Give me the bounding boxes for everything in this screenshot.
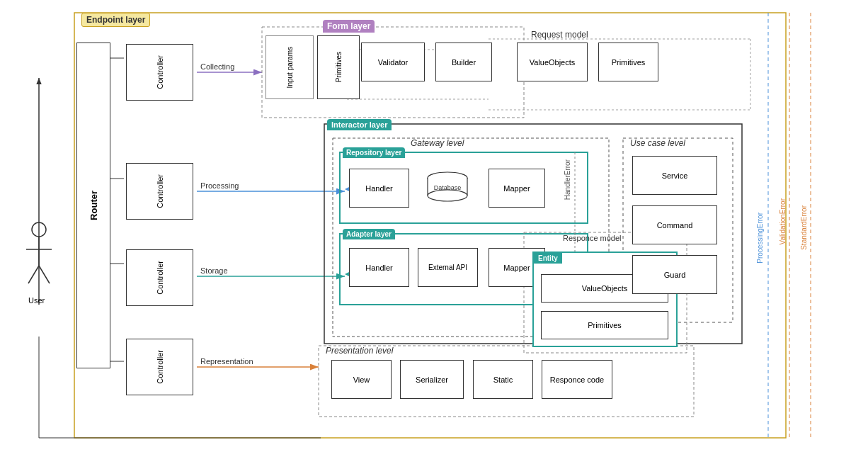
validation-error-label: ValidationError — [779, 198, 787, 244]
controller-3: Controller — [126, 249, 193, 306]
router-label: Router — [88, 191, 99, 220]
representation-label: Representation — [200, 357, 253, 366]
collecting-label: Collecting — [200, 62, 234, 71]
mapper-adapter-label: Mapper — [503, 264, 530, 272]
endpoint-layer-label: Endpoint layer — [81, 13, 150, 27]
builder-box: Builder — [435, 43, 492, 81]
adapter-layer-label: Adapter layer — [343, 229, 395, 239]
handler-repo-box: Handler — [349, 169, 409, 208]
input-params-label: Input params — [286, 47, 294, 88]
mapper-repo-label: Mapper — [503, 184, 530, 193]
view-box: View — [331, 360, 392, 399]
command-box: Command — [632, 205, 717, 244]
handler-adapter-label: Handler — [365, 264, 393, 272]
controller-1: Controller — [126, 44, 193, 101]
router-box: Router — [76, 43, 110, 368]
svg-line-44 — [28, 266, 39, 283]
svg-line-45 — [39, 266, 50, 283]
svg-text:Database: Database — [434, 184, 462, 191]
valueobjects-req-label: ValueObjects — [530, 58, 576, 67]
ctrl2-label: Controller — [156, 174, 164, 208]
entity-label: Entity — [534, 253, 562, 264]
primitives-form-box: Primitives — [317, 35, 360, 99]
primitives-entity-label: Primitives — [588, 321, 622, 329]
guard-box: Guard — [632, 255, 717, 294]
view-label: View — [353, 375, 370, 384]
request-model-label: Request model — [531, 30, 588, 40]
serializer-label: Serializer — [416, 375, 448, 384]
form-layer-label: Form layer — [323, 20, 375, 33]
storage-label: Storage — [200, 266, 228, 275]
command-label: Command — [657, 221, 693, 230]
ctrl4-label: Controller — [156, 350, 164, 384]
controller-4: Controller — [126, 339, 193, 395]
repo-layer-label: Repository layer — [343, 147, 405, 158]
valueobjects-entity-label: ValueObjects — [582, 284, 628, 293]
external-api-box: External API — [418, 248, 478, 287]
database-svg: Database — [425, 171, 471, 206]
mapper-repo-box: Mapper — [489, 169, 545, 208]
builder-label: Builder — [452, 58, 476, 67]
input-params-box: Input params — [265, 35, 314, 99]
user-figure — [23, 220, 55, 306]
responce-model-label: Responce model — [563, 234, 622, 242]
responce-code-label: Responce code — [550, 375, 604, 384]
controller-2: Controller — [126, 163, 193, 220]
primitives-entity-box: Primitives — [541, 311, 668, 339]
handler-error-label: HandlerError — [564, 159, 571, 200]
svg-point-41 — [32, 222, 46, 237]
guard-label: Guard — [664, 271, 686, 279]
ctrl3-label: Controller — [156, 261, 164, 295]
primitives-req-label: Primitives — [612, 58, 646, 67]
architecture-diagram: User Router Controller Controller Contro… — [0, 0, 868, 452]
service-label: Service — [662, 171, 688, 180]
interactor-layer-label: Interactor layer — [327, 119, 392, 130]
validator-label: Validator — [378, 58, 409, 67]
processing-label: Processing — [200, 181, 239, 190]
svg-point-50 — [428, 190, 467, 201]
primitives-req-box: Primitives — [598, 43, 658, 81]
static-label: Static — [493, 375, 513, 384]
presentation-level-label: Presentation level — [326, 346, 393, 356]
user-label: User — [28, 296, 45, 305]
ctrl1-label: Controller — [156, 55, 164, 89]
external-api-label: External API — [428, 264, 467, 271]
handler-repo-label: Handler — [365, 184, 393, 193]
responce-code-box: Responce code — [542, 360, 612, 399]
database-box: Database — [418, 169, 478, 208]
serializer-box: Serializer — [400, 360, 464, 399]
usecase-level-label: Use case level — [630, 138, 685, 148]
static-box: Static — [473, 360, 533, 399]
handler-adapter-box: Handler — [349, 248, 409, 287]
validator-box: Validator — [361, 43, 425, 81]
user-svg — [23, 220, 55, 305]
valueobjects-req-box: ValueObjects — [517, 43, 588, 81]
gateway-level-label: Gateway level — [411, 138, 464, 148]
processing-error-label: ProcessingError — [756, 213, 764, 264]
standard-error-label: StandardError — [800, 205, 808, 250]
service-box: Service — [632, 156, 717, 195]
primitives-form-label: Primitives — [335, 52, 343, 82]
